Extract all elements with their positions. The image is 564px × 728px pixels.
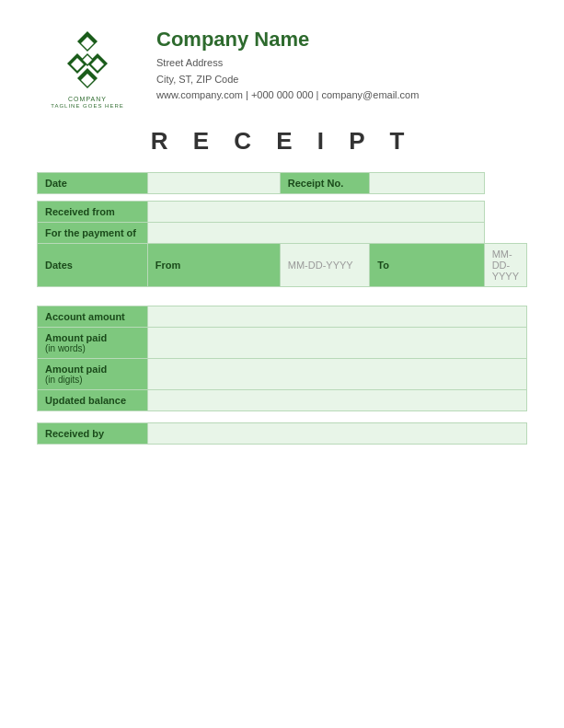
updated-balance-value[interactable] <box>148 389 527 410</box>
from-label: From <box>147 244 280 287</box>
header: COMPANY TAGLINE GOES HERE Company Name S… <box>37 28 527 109</box>
receipt-table-2: Account amount Amount paid (in words) Am… <box>37 298 527 411</box>
received-by-label: Received by <box>38 422 148 444</box>
receipt-table-1: Date Receipt No. Received from For the p… <box>37 172 527 287</box>
to-label: To <box>370 244 484 287</box>
account-amount-label: Account amount <box>38 306 148 327</box>
company-details: Street Address City, ST, ZIP Code www.co… <box>156 55 419 104</box>
company-contact: www.company.com | +000 000 000 | company… <box>156 87 419 104</box>
date-label: Date <box>38 173 148 194</box>
receipt-title: R E C E I P T <box>37 127 527 156</box>
account-amount-row: Account amount <box>38 306 527 327</box>
logo-area: COMPANY TAGLINE GOES HERE <box>37 28 138 109</box>
received-from-row: Received from <box>38 202 527 223</box>
received-by-value[interactable] <box>148 422 527 444</box>
payment-row: For the payment of <box>38 223 527 244</box>
amount-paid-digits-row: Amount paid (in digits) <box>38 358 527 389</box>
amount-paid-words-row: Amount paid (in words) <box>38 327 527 358</box>
company-name: Company Name <box>156 28 419 52</box>
amount-paid-digits-value[interactable] <box>148 358 527 389</box>
from-date-value[interactable]: MM-DD-YYYY <box>280 244 370 287</box>
received-by-row: Received by <box>38 422 527 444</box>
updated-balance-row: Updated balance <box>38 389 527 410</box>
spacer-2 <box>38 298 527 306</box>
receipt-no-label: Receipt No. <box>280 173 370 194</box>
receipt-table-3: Received by <box>37 422 527 445</box>
received-from-label: Received from <box>38 202 148 223</box>
company-address1: Street Address <box>156 55 419 72</box>
company-tagline: COMPANY TAGLINE GOES HERE <box>51 96 124 109</box>
updated-balance-label: Updated balance <box>38 389 148 410</box>
receipt-no-value[interactable] <box>370 173 484 194</box>
company-info: Company Name Street Address City, ST, ZI… <box>156 28 419 104</box>
dates-label: Dates <box>38 244 148 287</box>
company-address2: City, ST, ZIP Code <box>156 72 419 88</box>
company-logo <box>55 28 120 92</box>
to-date-value[interactable]: MM-DD-YYYY <box>484 244 526 287</box>
amount-paid-digits-label: Amount paid (in digits) <box>38 358 148 389</box>
payment-label: For the payment of <box>38 223 148 244</box>
date-value[interactable] <box>147 173 280 194</box>
date-row: Date Receipt No. <box>38 173 527 194</box>
account-amount-value[interactable] <box>148 306 527 327</box>
payment-value[interactable] <box>147 223 484 244</box>
page: COMPANY TAGLINE GOES HERE Company Name S… <box>0 0 564 728</box>
dates-row: Dates From MM-DD-YYYY To MM-DD-YYYY <box>38 244 527 287</box>
amount-paid-words-value[interactable] <box>148 327 527 358</box>
spacer-1 <box>38 194 527 202</box>
received-from-value[interactable] <box>147 202 484 223</box>
amount-paid-words-label: Amount paid (in words) <box>38 327 148 358</box>
